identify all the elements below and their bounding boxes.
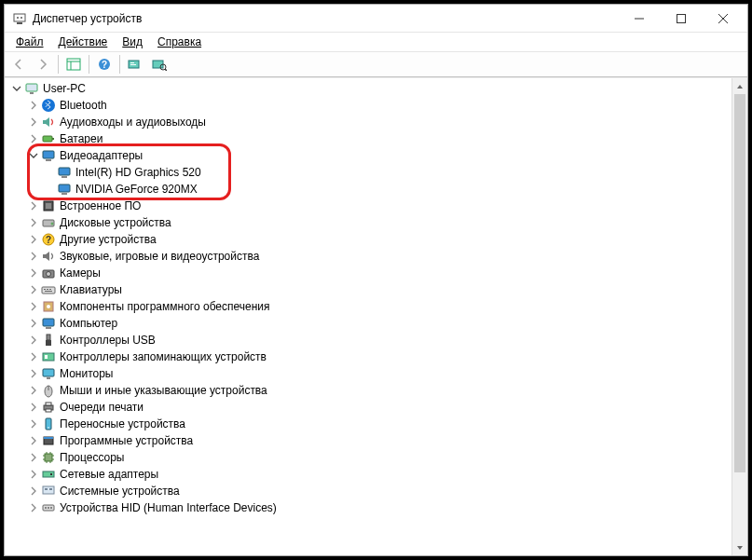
- svg-rect-52: [47, 377, 50, 379]
- scroll-down-icon[interactable]: [732, 540, 747, 555]
- svg-rect-51: [43, 369, 54, 376]
- toolbar-scan-button[interactable]: [124, 54, 146, 75]
- caret-closed-icon[interactable]: [27, 334, 40, 347]
- caret-closed-icon[interactable]: [27, 250, 40, 263]
- network-adapter-icon: [41, 467, 56, 482]
- tree-node-disk[interactable]: Дисковые устройства: [7, 214, 731, 231]
- tree-node-mice[interactable]: Мыши и иные указывающие устройства: [7, 382, 731, 399]
- tree-node-portable[interactable]: Переносные устройства: [7, 416, 731, 432]
- caret-closed-icon[interactable]: [27, 99, 40, 112]
- svg-rect-1: [17, 22, 22, 24]
- scroll-track[interactable]: [732, 94, 747, 540]
- caret-closed-icon[interactable]: [27, 384, 40, 397]
- svg-text:?: ?: [102, 60, 107, 70]
- toolbar-help-button[interactable]: ?: [93, 54, 116, 75]
- caret-closed-icon[interactable]: [27, 199, 40, 212]
- caret-open-icon[interactable]: [27, 149, 40, 162]
- caret-closed-icon[interactable]: [27, 401, 40, 414]
- bluetooth-icon: [41, 98, 56, 113]
- menu-action[interactable]: Действие: [51, 34, 116, 49]
- tree-node-keyboards[interactable]: Клавиатуры: [7, 281, 731, 298]
- menu-view[interactable]: Вид: [115, 34, 150, 49]
- caret-closed-icon[interactable]: [27, 266, 40, 280]
- close-button[interactable]: [702, 6, 744, 32]
- tree-label: Компьютер: [60, 315, 117, 332]
- svg-point-2: [17, 17, 19, 19]
- tree-node-print-queues[interactable]: Очереди печати: [7, 399, 731, 416]
- system-device-icon: [41, 484, 56, 499]
- tree-node-other[interactable]: ? Другие устройства: [7, 231, 731, 248]
- caret-closed-icon[interactable]: [27, 216, 40, 229]
- toolbar-back-button[interactable]: [7, 54, 30, 75]
- tree-node-system[interactable]: Системные устройства: [7, 483, 731, 499]
- tree-node-software-devices[interactable]: Программные устройства: [7, 432, 731, 449]
- tree-node-monitors[interactable]: Мониторы: [7, 365, 731, 382]
- svg-rect-23: [52, 138, 54, 140]
- caret-closed-icon[interactable]: [27, 501, 40, 514]
- caret-closed-icon[interactable]: [27, 132, 40, 145]
- tree-label: Компоненты программного обеспечения: [60, 298, 270, 315]
- svg-rect-25: [46, 159, 51, 161]
- tree-node-hid[interactable]: Устройства HID (Human Interface Devices): [7, 499, 731, 516]
- firmware-icon: [41, 198, 56, 213]
- caret-closed-icon[interactable]: [27, 417, 40, 430]
- tree-node-sound[interactable]: Звуковые, игровые и видеоустройства: [7, 248, 731, 265]
- usb-icon: [41, 333, 56, 348]
- svg-point-37: [47, 272, 51, 277]
- caret-closed-icon[interactable]: [27, 434, 40, 447]
- display-adapter-icon: [41, 148, 56, 163]
- caret-closed-icon[interactable]: [27, 283, 40, 296]
- scroll-thumb[interactable]: [734, 94, 745, 472]
- camera-icon: [41, 266, 56, 280]
- tree-label: Intel(R) HD Graphics 520: [75, 164, 201, 181]
- monitor-icon: [41, 366, 56, 381]
- menu-help[interactable]: Справка: [150, 34, 209, 49]
- tree-label: NVIDIA GeForce 920MX: [75, 181, 198, 198]
- disk-icon: [41, 215, 56, 230]
- svg-rect-27: [62, 176, 67, 178]
- tree-label: Системные устройства: [60, 483, 180, 499]
- maximize-button[interactable]: [660, 6, 702, 32]
- caret-closed-icon[interactable]: [27, 451, 40, 464]
- svg-line-18: [165, 69, 167, 71]
- caret-closed-icon[interactable]: [27, 233, 40, 246]
- menu-bar: Файл Действие Вид Справка: [5, 33, 747, 51]
- toolbar-forward-button[interactable]: [32, 54, 54, 75]
- caret-closed-icon[interactable]: [27, 350, 40, 363]
- tree-node-display-adapters[interactable]: Видеоадаптеры: [7, 147, 731, 164]
- device-tree[interactable]: User-PC Bluetooth Аудиовходы и аудиовыхо…: [5, 78, 731, 555]
- tree-node-usb[interactable]: Контроллеры USB: [7, 332, 731, 348]
- tree-node-network[interactable]: Сетевые адаптеры: [7, 466, 731, 483]
- caret-closed-icon[interactable]: [27, 367, 40, 380]
- tree-leaf-gpu-intel[interactable]: Intel(R) HD Graphics 520: [7, 164, 731, 181]
- menu-file[interactable]: Файл: [8, 34, 51, 49]
- tree-node-batteries[interactable]: Батареи: [7, 130, 731, 147]
- toolbar-show-hidden-button[interactable]: [62, 54, 85, 75]
- tree-root[interactable]: User-PC: [7, 80, 731, 97]
- caret-open-icon[interactable]: [10, 82, 23, 95]
- scroll-up-icon[interactable]: [732, 78, 747, 94]
- tree-node-processors[interactable]: Процессоры: [7, 449, 731, 466]
- vertical-scrollbar[interactable]: [731, 78, 747, 555]
- caret-closed-icon[interactable]: [27, 116, 40, 129]
- tree-label: Клавиатуры: [60, 281, 122, 298]
- caret-closed-icon[interactable]: [27, 468, 40, 481]
- portable-device-icon: [41, 417, 56, 431]
- caret-closed-icon[interactable]: [27, 485, 40, 498]
- svg-rect-47: [47, 335, 50, 340]
- toolbar-scan-hardware-button[interactable]: [148, 54, 171, 75]
- tree-node-cameras[interactable]: Камеры: [7, 265, 731, 281]
- tree-leaf-gpu-nvidia[interactable]: NVIDIA GeForce 920MX: [7, 181, 731, 198]
- minimize-button[interactable]: [618, 6, 660, 32]
- caret-closed-icon[interactable]: [27, 300, 40, 313]
- caret-closed-icon[interactable]: [27, 317, 40, 330]
- tree-node-firmware[interactable]: Встроенное ПО: [7, 198, 731, 214]
- tree-node-computer[interactable]: Компьютер: [7, 315, 731, 332]
- svg-rect-28: [59, 184, 70, 192]
- tree-node-storage-controllers[interactable]: Контроллеры запоминающих устройств: [7, 348, 731, 365]
- tree-node-audio[interactable]: Аудиовходы и аудиовыходы: [7, 114, 731, 130]
- software-device-icon: [41, 433, 56, 448]
- tree-node-software-components[interactable]: Компоненты программного обеспечения: [7, 298, 731, 315]
- svg-point-33: [51, 223, 54, 225]
- tree-node-bluetooth[interactable]: Bluetooth: [7, 97, 731, 114]
